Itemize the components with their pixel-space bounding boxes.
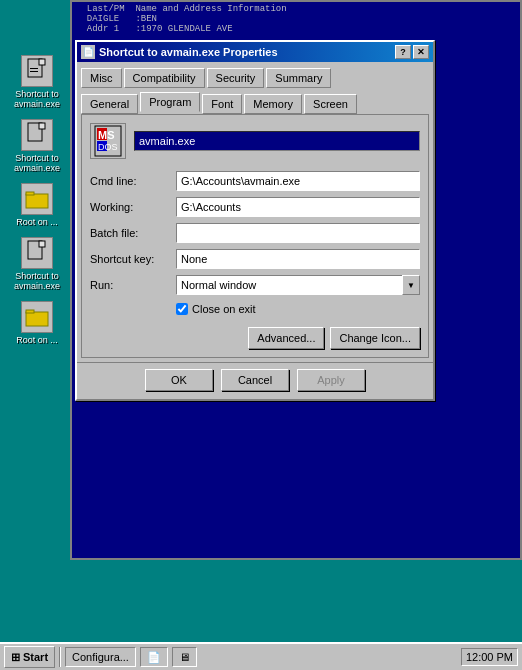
run-dropdown-wrapper: Normal window Minimized Maximized ▼ [176, 275, 420, 295]
desktop: Last/PM Name and Address Information DAI… [0, 0, 522, 670]
tab-general[interactable]: General [81, 94, 138, 114]
run-label: Run: [90, 279, 170, 291]
tabs-row-1: Misc Compatibility Security Summary [77, 62, 433, 88]
tab-program[interactable]: Program [140, 92, 200, 112]
batch-file-row: Batch file: [90, 223, 420, 243]
sidebar-item-5[interactable]: Root on ... [2, 301, 72, 345]
taskbar-item-1-label: Configura... [72, 651, 129, 663]
cancel-button[interactable]: Cancel [221, 369, 289, 391]
svg-rect-14 [26, 310, 34, 313]
tab-memory[interactable]: Memory [244, 94, 302, 114]
taskbar-clock: 12:00 PM [461, 648, 518, 666]
titlebar-left: 📄 Shortcut to avmain.exe Properties [81, 45, 278, 59]
titlebar-buttons: ? ✕ [395, 45, 429, 59]
dialog-title: Shortcut to avmain.exe Properties [99, 46, 278, 58]
sidebar-item-1[interactable]: Shortcut to avmain.exe [2, 55, 72, 109]
tab-compatibility[interactable]: Compatibility [124, 68, 205, 88]
taskbar-item-2[interactable]: 📄 [140, 647, 168, 667]
sidebar-icon-label-3: Root on ... [16, 217, 58, 227]
close-button[interactable]: ✕ [413, 45, 429, 59]
tab-content-program: MS DOS Cmd line: Working: [81, 114, 429, 358]
change-icon-button[interactable]: Change Icon... [330, 327, 420, 349]
svg-text:MS: MS [98, 129, 115, 141]
file-icon [21, 55, 53, 87]
svg-text:DOS: DOS [98, 142, 118, 152]
svg-rect-12 [39, 241, 45, 247]
sidebar-item-2[interactable]: Shortcut to avmain.exe [2, 119, 72, 173]
cmd-line-label: Cmd line: [90, 175, 170, 187]
taskbar-item-3[interactable]: 🖥 [172, 647, 197, 667]
shortcut-key-label: Shortcut key: [90, 253, 170, 265]
app-icon: MS DOS [90, 123, 126, 159]
cmd-line-row: Cmd line: [90, 171, 420, 191]
folder-icon-1 [21, 183, 53, 215]
file-icon-3 [21, 237, 53, 269]
icon-name-row: MS DOS [90, 123, 420, 159]
shortcut-key-row: Shortcut key: [90, 249, 420, 269]
action-buttons: Advanced... Change Icon... [90, 327, 420, 349]
windows-logo: ⊞ [11, 651, 20, 664]
dialog-footer: OK Cancel Apply [77, 362, 433, 399]
taskbar-divider-1 [59, 647, 61, 667]
sidebar-icon-label-2: Shortcut to avmain.exe [2, 153, 72, 173]
start-label: Start [23, 651, 48, 663]
dialog-titlebar: 📄 Shortcut to avmain.exe Properties ? ✕ [77, 42, 433, 62]
tabs-row-2: General Program Font Memory Screen [77, 88, 433, 114]
app-name-input[interactable] [134, 131, 420, 151]
svg-rect-8 [26, 194, 48, 208]
shortcut-key-input[interactable] [176, 249, 420, 269]
sidebar-icon-label-5: Root on ... [16, 335, 58, 345]
properties-dialog: 📄 Shortcut to avmain.exe Properties ? ✕ … [75, 40, 435, 401]
svg-rect-2 [39, 59, 45, 65]
folder-icon-2 [21, 301, 53, 333]
svg-rect-4 [30, 71, 38, 72]
run-row: Run: Normal window Minimized Maximized ▼ [90, 275, 420, 295]
close-on-exit-checkbox[interactable] [176, 303, 188, 315]
svg-rect-3 [30, 68, 38, 69]
svg-rect-7 [39, 123, 45, 129]
sidebar: Shortcut to avmain.exe Shortcut to avmai… [2, 55, 72, 355]
run-dropdown[interactable]: Normal window Minimized Maximized [176, 275, 420, 295]
sidebar-icon-label-1: Shortcut to avmain.exe [2, 89, 72, 109]
run-dropdown-arrow[interactable]: ▼ [402, 275, 420, 295]
sidebar-item-3[interactable]: Root on ... [2, 183, 72, 227]
taskbar: ⊞ Start Configura... 📄 🖥 12:00 PM [0, 642, 522, 670]
file-icon-2 [21, 119, 53, 151]
help-button[interactable]: ? [395, 45, 411, 59]
working-row: Working: [90, 197, 420, 217]
taskbar-item-3-icon: 🖥 [179, 651, 190, 663]
cmd-line-input[interactable] [176, 171, 420, 191]
close-on-exit-label[interactable]: Close on exit [192, 303, 256, 315]
close-on-exit-row: Close on exit [176, 303, 420, 315]
batch-file-label: Batch file: [90, 227, 170, 239]
tab-font[interactable]: Font [202, 94, 242, 114]
apply-button[interactable]: Apply [297, 369, 365, 391]
batch-file-input[interactable] [176, 223, 420, 243]
dialog-title-icon: 📄 [81, 45, 95, 59]
ok-button[interactable]: OK [145, 369, 213, 391]
taskbar-item-2-icon: 📄 [147, 651, 161, 664]
working-input[interactable] [176, 197, 420, 217]
program-form: MS DOS Cmd line: Working: [90, 123, 420, 349]
advanced-button[interactable]: Advanced... [248, 327, 324, 349]
sidebar-item-4[interactable]: Shortcut to avmain.exe [2, 237, 72, 291]
taskbar-item-1[interactable]: Configura... [65, 647, 136, 667]
working-label: Working: [90, 201, 170, 213]
tab-summary[interactable]: Summary [266, 68, 331, 88]
svg-rect-13 [26, 312, 48, 326]
svg-rect-9 [26, 192, 34, 195]
tab-security[interactable]: Security [207, 68, 265, 88]
tab-misc[interactable]: Misc [81, 68, 122, 88]
tab-screen[interactable]: Screen [304, 94, 357, 114]
sidebar-icon-label-4: Shortcut to avmain.exe [2, 271, 72, 291]
start-button[interactable]: ⊞ Start [4, 646, 55, 668]
